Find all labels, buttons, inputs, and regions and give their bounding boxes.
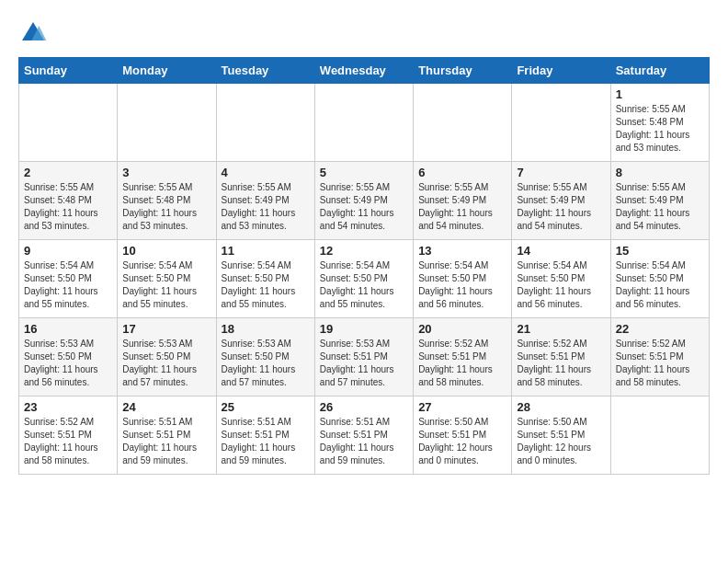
calendar-cell [19,84,118,162]
day-number: 21 [517,322,605,336]
calendar-cell: 16Sunrise: 5:53 AM Sunset: 5:50 PM Dayli… [19,318,118,396]
day-info: Sunrise: 5:54 AM Sunset: 5:50 PM Dayligh… [517,259,605,311]
day-info: Sunrise: 5:53 AM Sunset: 5:51 PM Dayligh… [320,338,408,389]
weekday-header: Friday [512,58,610,84]
logo-icon [18,18,48,48]
weekday-header: Monday [118,58,216,84]
day-info: Sunrise: 5:55 AM Sunset: 5:49 PM Dayligh… [418,181,506,233]
weekday-header: Wednesday [314,58,413,84]
calendar-table: SundayMondayTuesdayWednesdayThursdayFrid… [18,57,710,475]
calendar-cell: 25Sunrise: 5:51 AM Sunset: 5:51 PM Dayli… [216,396,314,475]
calendar-cell [610,396,709,475]
calendar-cell: 12Sunrise: 5:54 AM Sunset: 5:50 PM Dayli… [314,240,413,318]
calendar-row: 9Sunrise: 5:54 AM Sunset: 5:50 PM Daylig… [19,240,710,318]
day-number: 13 [418,244,506,258]
calendar-cell: 21Sunrise: 5:52 AM Sunset: 5:51 PM Dayli… [512,318,610,396]
day-number: 19 [320,322,408,336]
day-number: 10 [122,244,210,258]
logo [18,18,51,48]
day-number: 14 [517,244,605,258]
calendar-cell: 3Sunrise: 5:55 AM Sunset: 5:48 PM Daylig… [118,162,216,240]
calendar-cell: 11Sunrise: 5:54 AM Sunset: 5:50 PM Dayli… [216,240,314,318]
day-number: 25 [222,400,310,414]
calendar-cell: 19Sunrise: 5:53 AM Sunset: 5:51 PM Dayli… [314,318,413,396]
day-number: 12 [320,244,408,258]
calendar-cell: 14Sunrise: 5:54 AM Sunset: 5:50 PM Dayli… [512,240,610,318]
calendar-cell: 1Sunrise: 5:55 AM Sunset: 5:48 PM Daylig… [610,84,709,162]
calendar-cell: 6Sunrise: 5:55 AM Sunset: 5:49 PM Daylig… [414,162,512,240]
day-info: Sunrise: 5:55 AM Sunset: 5:49 PM Dayligh… [320,181,408,233]
day-info: Sunrise: 5:50 AM Sunset: 5:51 PM Dayligh… [517,416,605,467]
day-info: Sunrise: 5:55 AM Sunset: 5:48 PM Dayligh… [24,181,112,233]
calendar-row: 2Sunrise: 5:55 AM Sunset: 5:48 PM Daylig… [19,162,710,240]
day-info: Sunrise: 5:52 AM Sunset: 5:51 PM Dayligh… [418,338,506,389]
calendar-cell: 2Sunrise: 5:55 AM Sunset: 5:48 PM Daylig… [19,162,118,240]
day-info: Sunrise: 5:54 AM Sunset: 5:50 PM Dayligh… [418,259,506,311]
day-number: 1 [616,87,704,101]
calendar-cell: 13Sunrise: 5:54 AM Sunset: 5:50 PM Dayli… [414,240,512,318]
day-info: Sunrise: 5:53 AM Sunset: 5:50 PM Dayligh… [122,338,210,389]
day-number: 8 [616,166,704,179]
weekday-header: Sunday [19,58,118,84]
calendar-cell: 28Sunrise: 5:50 AM Sunset: 5:51 PM Dayli… [512,396,610,475]
day-info: Sunrise: 5:51 AM Sunset: 5:51 PM Dayligh… [222,416,310,467]
calendar-cell [314,84,413,162]
day-info: Sunrise: 5:54 AM Sunset: 5:50 PM Dayligh… [24,259,112,311]
calendar-cell: 10Sunrise: 5:54 AM Sunset: 5:50 PM Dayli… [118,240,216,318]
day-info: Sunrise: 5:52 AM Sunset: 5:51 PM Dayligh… [517,338,605,389]
day-info: Sunrise: 5:54 AM Sunset: 5:50 PM Dayligh… [320,259,408,311]
weekday-header: Saturday [610,58,709,84]
day-number: 23 [24,400,112,414]
day-number: 6 [418,166,506,179]
calendar-cell: 27Sunrise: 5:50 AM Sunset: 5:51 PM Dayli… [414,396,512,475]
calendar-cell [216,84,314,162]
calendar-cell: 7Sunrise: 5:55 AM Sunset: 5:49 PM Daylig… [512,162,610,240]
day-info: Sunrise: 5:55 AM Sunset: 5:48 PM Dayligh… [616,103,704,155]
day-info: Sunrise: 5:50 AM Sunset: 5:51 PM Dayligh… [418,416,506,467]
calendar-cell: 22Sunrise: 5:52 AM Sunset: 5:51 PM Dayli… [610,318,709,396]
day-info: Sunrise: 5:54 AM Sunset: 5:50 PM Dayligh… [222,259,310,311]
day-number: 3 [122,166,210,179]
day-info: Sunrise: 5:54 AM Sunset: 5:50 PM Dayligh… [616,259,704,311]
day-number: 2 [24,166,112,179]
day-number: 24 [122,400,210,414]
calendar-cell [414,84,512,162]
calendar-cell [118,84,216,162]
day-number: 5 [320,166,408,179]
day-info: Sunrise: 5:52 AM Sunset: 5:51 PM Dayligh… [616,338,704,389]
calendar-cell: 17Sunrise: 5:53 AM Sunset: 5:50 PM Dayli… [118,318,216,396]
day-info: Sunrise: 5:53 AM Sunset: 5:50 PM Dayligh… [24,338,112,389]
day-number: 4 [222,166,310,179]
day-info: Sunrise: 5:55 AM Sunset: 5:49 PM Dayligh… [222,181,310,233]
calendar-row: 1Sunrise: 5:55 AM Sunset: 5:48 PM Daylig… [19,84,710,162]
day-info: Sunrise: 5:55 AM Sunset: 5:49 PM Dayligh… [517,181,605,233]
day-info: Sunrise: 5:53 AM Sunset: 5:50 PM Dayligh… [222,338,310,389]
day-number: 18 [222,322,310,336]
day-number: 20 [418,322,506,336]
calendar-header-row: SundayMondayTuesdayWednesdayThursdayFrid… [19,58,710,84]
calendar-cell: 24Sunrise: 5:51 AM Sunset: 5:51 PM Dayli… [118,396,216,475]
calendar-cell: 20Sunrise: 5:52 AM Sunset: 5:51 PM Dayli… [414,318,512,396]
day-number: 7 [517,166,605,179]
calendar-cell [512,84,610,162]
calendar-cell: 23Sunrise: 5:52 AM Sunset: 5:51 PM Dayli… [19,396,118,475]
page-header [18,18,710,48]
day-number: 27 [418,400,506,414]
day-number: 28 [517,400,605,414]
calendar-cell: 9Sunrise: 5:54 AM Sunset: 5:50 PM Daylig… [19,240,118,318]
day-number: 22 [616,322,704,336]
day-number: 17 [122,322,210,336]
day-info: Sunrise: 5:52 AM Sunset: 5:51 PM Dayligh… [24,416,112,467]
calendar-row: 16Sunrise: 5:53 AM Sunset: 5:50 PM Dayli… [19,318,710,396]
calendar-cell: 26Sunrise: 5:51 AM Sunset: 5:51 PM Dayli… [314,396,413,475]
day-info: Sunrise: 5:55 AM Sunset: 5:48 PM Dayligh… [122,181,210,233]
day-number: 11 [222,244,310,258]
weekday-header: Thursday [414,58,512,84]
day-number: 15 [616,244,704,258]
day-info: Sunrise: 5:55 AM Sunset: 5:49 PM Dayligh… [616,181,704,233]
day-number: 16 [24,322,112,336]
day-number: 9 [24,244,112,258]
day-info: Sunrise: 5:51 AM Sunset: 5:51 PM Dayligh… [320,416,408,467]
calendar-cell: 4Sunrise: 5:55 AM Sunset: 5:49 PM Daylig… [216,162,314,240]
day-number: 26 [320,400,408,414]
